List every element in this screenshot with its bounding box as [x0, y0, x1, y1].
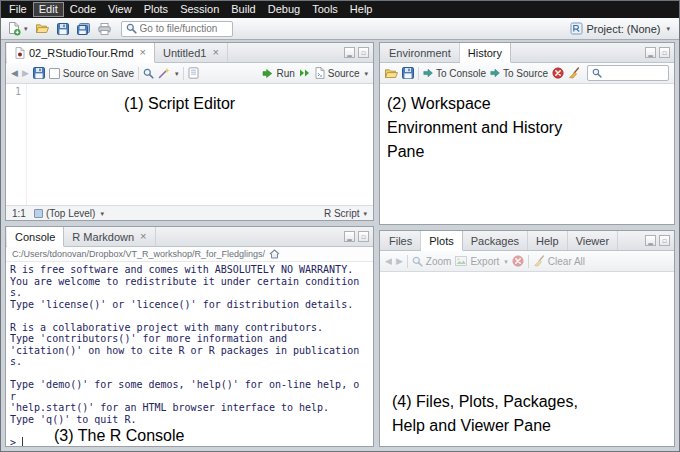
editor-toolbar: ◀ ▶ Source on Save ▾ [6, 63, 373, 84]
console-prompt: > [10, 437, 16, 447]
maximize-pane-icon[interactable]: □ [659, 47, 670, 58]
editor-content[interactable]: (1) Script Editor [27, 84, 373, 205]
plots-body[interactable]: (4) Files, Plots, Packages, Help and Vie… [380, 272, 674, 446]
document-type-selector[interactable]: R Script ▾ [324, 208, 367, 219]
chevron-down-icon: ▾ [504, 258, 508, 265]
menu-edit[interactable]: Edit [33, 2, 64, 17]
pane-window-buttons: ▁ □ [340, 43, 373, 62]
rerun-icon[interactable] [299, 68, 311, 78]
source-doc-icon [315, 67, 325, 79]
menu-session[interactable]: Session [174, 2, 225, 17]
open-file-button[interactable] [34, 22, 51, 35]
tab-console[interactable]: Console [7, 227, 64, 247]
to-source-label: To Source [503, 68, 548, 79]
home-icon[interactable] [269, 249, 280, 259]
editor-gutter: 1 [6, 84, 27, 205]
tab-history[interactable]: History [460, 43, 511, 63]
editor-body[interactable]: 1 (1) Script Editor [6, 84, 373, 205]
export-button[interactable]: Export ▾ [455, 256, 507, 267]
save-all-icon [77, 23, 90, 35]
history-search-input[interactable] [605, 68, 664, 79]
main-toolbar: ▾ Project: (None) ▾ [1, 18, 679, 40]
maximize-pane-icon[interactable]: □ [358, 47, 369, 58]
toolbar-separator [407, 255, 408, 268]
tab-untitled1[interactable]: Untitled1 × [155, 43, 228, 62]
print-button[interactable] [96, 22, 113, 36]
chevron-down-icon: ▾ [24, 25, 28, 32]
close-tab-icon[interactable]: × [140, 231, 146, 242]
minimize-pane-icon[interactable]: ▁ [645, 47, 656, 58]
plots-toolbar: ◀ ▶ Zoom Export ▾ [380, 251, 674, 272]
history-body[interactable]: (2) Workspace Environment and History Pa… [380, 84, 674, 224]
zoom-label: Zoom [426, 256, 452, 267]
tab-label: Plots [429, 235, 453, 247]
scope-selector[interactable]: (Top Level) ▾ [34, 208, 104, 219]
menu-tools[interactable]: Tools [306, 2, 344, 17]
tab-help[interactable]: Help [528, 231, 568, 250]
annotation-script-editor: (1) Script Editor [124, 92, 235, 116]
goto-file-input[interactable] [140, 23, 228, 34]
save-all-button[interactable] [75, 22, 92, 36]
project-selector[interactable]: Project: (None) ▾ [566, 21, 675, 36]
menu-file[interactable]: File [3, 2, 33, 17]
clear-all-button[interactable]: Clear All [533, 255, 585, 267]
minimize-pane-icon[interactable]: ▁ [344, 47, 355, 58]
delete-entry-icon[interactable] [552, 67, 564, 79]
chevron-down-icon: ▾ [364, 70, 368, 77]
console-output-area[interactable]: R is free software and comes with ABSOLU… [6, 262, 373, 446]
code-tools-button[interactable]: ▾ [158, 67, 179, 79]
maximize-pane-icon[interactable]: □ [358, 231, 369, 242]
next-plot-icon[interactable]: ▶ [396, 257, 403, 266]
minimize-pane-icon[interactable]: ▁ [645, 235, 656, 246]
tab-environment[interactable]: Environment [381, 43, 460, 62]
project-label: Project: (None) [587, 23, 661, 35]
editor-tabbar: 02_RStudioTour.Rmd × Untitled1 × ▁ □ [6, 43, 373, 63]
maximize-pane-icon[interactable]: □ [659, 235, 670, 246]
menu-debug[interactable]: Debug [262, 2, 306, 17]
goto-file-box[interactable] [121, 21, 233, 37]
tab-label: Help [536, 235, 559, 247]
save-button[interactable] [55, 22, 71, 36]
zoom-button[interactable]: Zoom [412, 256, 452, 267]
remove-plot-icon[interactable] [512, 255, 524, 267]
menu-plots[interactable]: Plots [138, 2, 174, 17]
files-pane: Files Plots Packages Help Viewer [379, 230, 675, 447]
menu-build[interactable]: Build [225, 2, 261, 17]
menu-view[interactable]: View [102, 2, 138, 17]
find-replace-icon[interactable] [143, 68, 154, 79]
save-icon[interactable] [402, 67, 414, 79]
to-console-button[interactable]: To Console [423, 68, 486, 79]
save-icon[interactable] [33, 67, 45, 79]
tab-packages[interactable]: Packages [463, 231, 528, 250]
to-source-button[interactable]: To Source [490, 68, 548, 79]
tab-files[interactable]: Files [381, 231, 421, 250]
back-icon[interactable]: ◀ [11, 69, 18, 78]
console-output: R is free software and comes with ABSOLU… [10, 264, 362, 437]
previous-plot-icon[interactable]: ◀ [385, 257, 392, 266]
run-button[interactable]: Run [262, 68, 294, 79]
source-button[interactable]: Source ▾ [315, 67, 368, 79]
annotation-files-plots: (4) Files, Plots, Packages, Help and Vie… [392, 390, 578, 438]
tab-viewer[interactable]: Viewer [568, 231, 618, 250]
minimize-pane-icon[interactable]: ▁ [344, 231, 355, 242]
forward-icon[interactable]: ▶ [22, 69, 29, 78]
new-file-button[interactable]: ▾ [6, 21, 30, 37]
close-tab-icon[interactable]: × [140, 47, 146, 58]
tab-rstudiotour-rmd[interactable]: 02_RStudioTour.Rmd × [7, 43, 155, 63]
clear-history-broom-icon[interactable] [568, 67, 580, 79]
source-on-save-checkbox[interactable]: Source on Save [49, 68, 134, 79]
tab-rmarkdown[interactable]: R Markdown × [64, 227, 155, 246]
compile-report-icon[interactable] [188, 67, 199, 79]
menu-code[interactable]: Code [64, 2, 102, 17]
checkbox-icon[interactable] [49, 68, 60, 79]
tab-label: 02_RStudioTour.Rmd [29, 47, 134, 59]
tab-plots[interactable]: Plots [421, 231, 462, 251]
zoom-icon [412, 256, 423, 267]
scope-label: (Top Level) [46, 208, 95, 219]
menu-help[interactable]: Help [344, 2, 379, 17]
history-search-box[interactable] [587, 65, 669, 81]
open-folder-icon[interactable] [385, 68, 398, 79]
document-type-label: R Script [324, 208, 360, 219]
close-tab-icon[interactable]: × [212, 47, 218, 58]
to-console-arrow-icon [423, 68, 433, 78]
